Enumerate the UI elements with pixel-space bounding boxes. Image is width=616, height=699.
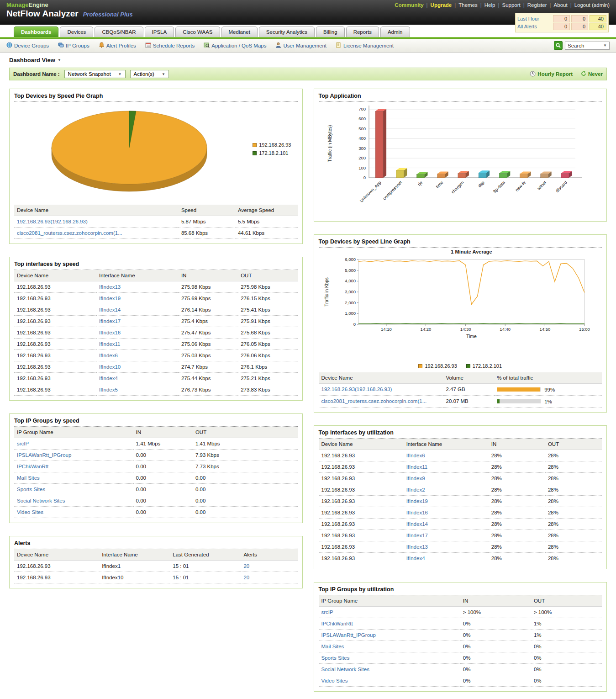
header-link-community[interactable]: Community [395, 2, 423, 8]
table-link[interactable]: Mail Sites [321, 644, 344, 649]
header-link-upgrade[interactable]: Upgrade [431, 2, 452, 8]
alert-summary-box: Last Hour 0 0 40 All Alerts 0 0 40 [515, 13, 609, 32]
table-link[interactable]: IfIndex10 [99, 364, 121, 370]
table-link[interactable]: IfIndex16 [99, 330, 121, 335]
table-link[interactable]: 20 [243, 575, 249, 580]
table-header-row: Device NameVolume% of total traffic [319, 372, 602, 384]
svg-text:14:20: 14:20 [420, 327, 431, 332]
hourly-report-link[interactable]: Hourly Report [530, 71, 573, 78]
table-link[interactable]: IfIndex14 [406, 521, 428, 527]
table-link[interactable]: Social Network Sites [321, 667, 369, 672]
refresh-interval-link[interactable]: Never [581, 71, 603, 77]
table-link[interactable]: IfIndex9 [406, 476, 425, 481]
column-header: Device Name [14, 549, 99, 561]
table-link[interactable]: IPSLAWanRtt_IPGroup [321, 632, 376, 638]
separator: | [498, 2, 499, 8]
actions-label: Action(s) [134, 71, 154, 77]
header-link-logout-admin-[interactable]: Logout (admin) [574, 2, 610, 8]
license-management-icon [336, 42, 342, 49]
table-link[interactable]: IfIndex19 [99, 296, 121, 301]
device-groups-icon [6, 42, 12, 49]
table-link[interactable]: IPSLAWanRtt_IPGroup [17, 452, 71, 458]
all-alerts-warning-count[interactable]: 40 [590, 23, 606, 30]
last-hour-label[interactable]: Last Hour [517, 16, 552, 21]
dashboard-name-select[interactable]: Network Snapshot▼ [64, 70, 126, 78]
subnav-alert-profiles[interactable]: Alert Profiles [99, 42, 136, 49]
table-link[interactable]: Mail Sites [17, 475, 40, 481]
tab-dashboards[interactable]: Dashboards [14, 26, 58, 37]
last-hour-critical-count[interactable]: 0 [553, 15, 570, 22]
table-link[interactable]: 192.168.26.93(192.168.26.93) [17, 219, 88, 224]
table-link[interactable]: cisco2081_routerss.csez.zohocorpin.com(1… [321, 398, 427, 404]
table-link[interactable]: Social Network Sites [17, 498, 65, 503]
tab-devices[interactable]: Devices [60, 26, 93, 37]
table-link[interactable]: IfIndex13 [99, 284, 121, 290]
table-link[interactable]: IfIndex5 [99, 387, 118, 392]
all-alerts-critical-count[interactable]: 0 [553, 23, 570, 30]
all-alerts-major-count[interactable]: 0 [571, 23, 588, 30]
table-link[interactable]: cisco2081_routerss.csez.zohocorpin.com(1… [17, 230, 122, 236]
table-link[interactable]: IPChkWanRtt [17, 464, 48, 469]
table-row: Sports Sites0%0% [319, 652, 602, 663]
table-link[interactable]: IfIndex11 [99, 341, 120, 347]
table-link[interactable]: srcIP [321, 609, 333, 615]
search-select[interactable]: Search▼ [565, 42, 610, 50]
table-link[interactable]: IfIndex14 [99, 307, 121, 312]
column-header: Interface Name [99, 549, 170, 561]
tab-security-analytics[interactable]: Security Analytics [259, 26, 315, 37]
table-link[interactable]: IfIndex19 [406, 498, 428, 504]
tab-medianet[interactable]: Medianet [221, 26, 258, 37]
header-link-register[interactable]: Register [527, 2, 547, 8]
tab-ipsla[interactable]: IPSLA [145, 26, 174, 37]
table-link[interactable]: Video Sites [321, 678, 348, 683]
table-link[interactable]: srcIP [17, 441, 29, 446]
dashboard-toolbar: Dashboard Name : Network Snapshot▼ Actio… [9, 68, 607, 80]
table-link[interactable]: IfIndex17 [406, 533, 428, 538]
all-alerts-label[interactable]: All Alerts [517, 24, 552, 29]
table-header-row: Device NameInterface NameLast GeneratedA… [14, 549, 298, 561]
table-link[interactable]: IfIndex11 [406, 464, 427, 470]
table-link[interactable]: IfIndex4 [406, 556, 425, 561]
tab-admin[interactable]: Admin [380, 26, 410, 37]
actions-button[interactable]: Action(s)▼ [130, 70, 169, 78]
manageengine-logo: ManageEngine [6, 1, 48, 8]
table-link[interactable]: Sports Sites [321, 655, 350, 661]
header-link-support[interactable]: Support [502, 2, 520, 8]
tab-reports[interactable]: Reports [346, 26, 379, 37]
table-link[interactable]: 20 [243, 563, 249, 569]
table-link[interactable]: IfIndex4 [99, 376, 118, 381]
tab-cbqos-nbar[interactable]: CBQoS/NBAR [95, 26, 143, 37]
table-link[interactable]: 192.168.26.93(192.168.26.93) [321, 387, 392, 392]
last-hour-warning-count[interactable]: 40 [590, 15, 606, 22]
subnav-ip-groups[interactable]: IP Groups [58, 42, 90, 49]
table-link[interactable]: IfIndex2 [406, 487, 425, 492]
last-hour-major-count[interactable]: 0 [571, 15, 588, 22]
svg-text:100: 100 [358, 165, 366, 170]
table-link[interactable]: IfIndex6 [99, 353, 118, 358]
svg-text:Time: Time [466, 334, 477, 339]
table-link[interactable]: IfIndex13 [406, 544, 428, 550]
table-link[interactable]: IPChkWanRtt [321, 621, 353, 626]
subnav-application-qos-maps[interactable]: Application / QoS Maps [204, 42, 266, 49]
svg-text:400: 400 [358, 136, 366, 141]
table-link[interactable]: Sports Sites [17, 487, 45, 492]
table-link[interactable]: IfIndex16 [406, 510, 428, 515]
search-button[interactable] [554, 41, 563, 50]
subnav-user-management[interactable]: User Management [275, 42, 326, 49]
tab-billing[interactable]: Billing [316, 26, 345, 37]
chevron-down-icon[interactable]: ▼ [58, 58, 61, 62]
table-row: Video Sites0%0% [319, 675, 602, 686]
header-link-help[interactable]: Help [484, 2, 495, 8]
subnav-license-management[interactable]: License Management [336, 42, 394, 49]
header-link-about[interactable]: About [554, 2, 568, 8]
header-link-themes[interactable]: Themes [458, 2, 478, 8]
svg-text:1,000: 1,000 [345, 311, 356, 316]
legend-item: 192.168.26.93 [418, 363, 457, 369]
table-link[interactable]: IfIndex17 [99, 318, 121, 324]
subnav-device-groups[interactable]: Device Groups [6, 42, 49, 49]
subnav-schedule-reports[interactable]: Schedule Reports [145, 42, 195, 49]
tab-cisco-waas[interactable]: Cisco WAAS [175, 26, 220, 37]
table-link[interactable]: Video Sites [17, 509, 43, 515]
table-header-row: Device NameInterface NameINOUT [14, 270, 298, 281]
table-link[interactable]: IfIndex6 [406, 453, 425, 458]
